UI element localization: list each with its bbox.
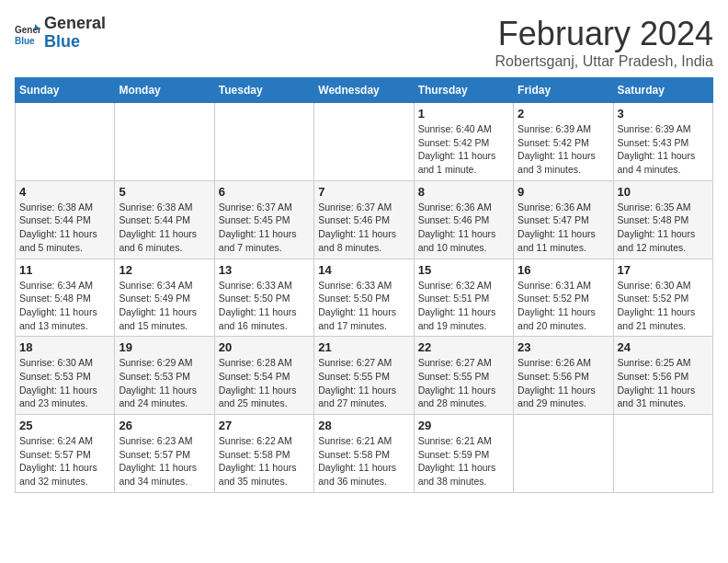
header-friday: Friday (514, 78, 613, 103)
calendar-cell: 7Sunrise: 6:37 AM Sunset: 5:46 PM Daylig… (314, 180, 414, 259)
day-info: Sunrise: 6:39 AM Sunset: 5:43 PM Dayligh… (618, 122, 709, 177)
day-number: 22 (418, 340, 509, 354)
calendar-cell: 19Sunrise: 6:29 AM Sunset: 5:53 PM Dayli… (115, 337, 214, 415)
calendar-cell: 12Sunrise: 6:34 AM Sunset: 5:49 PM Dayli… (115, 259, 214, 337)
calendar-week-row: 4Sunrise: 6:38 AM Sunset: 5:44 PM Daylig… (16, 180, 713, 259)
header: General Blue General Blue February 2024 … (15, 15, 713, 70)
day-number: 25 (19, 419, 110, 432)
day-info: Sunrise: 6:34 AM Sunset: 5:48 PM Dayligh… (19, 279, 110, 333)
calendar-week-row: 18Sunrise: 6:30 AM Sunset: 5:53 PM Dayli… (16, 337, 713, 415)
calendar-cell: 8Sunrise: 6:36 AM Sunset: 5:46 PM Daylig… (414, 180, 513, 259)
title-area: February 2024 Robertsganj, Uttar Pradesh… (495, 15, 713, 70)
calendar-cell: 16Sunrise: 6:31 AM Sunset: 5:52 PM Dayli… (514, 259, 613, 337)
calendar-cell: 5Sunrise: 6:38 AM Sunset: 5:44 PM Daylig… (115, 180, 214, 259)
calendar-cell: 20Sunrise: 6:28 AM Sunset: 5:54 PM Dayli… (214, 337, 313, 415)
logo-general: General (44, 15, 106, 33)
day-info: Sunrise: 6:23 AM Sunset: 5:57 PM Dayligh… (119, 434, 210, 488)
day-info: Sunrise: 6:38 AM Sunset: 5:44 PM Dayligh… (119, 201, 210, 255)
calendar-cell: 29Sunrise: 6:21 AM Sunset: 5:59 PM Dayli… (414, 415, 513, 493)
day-number: 23 (518, 340, 609, 354)
day-info: Sunrise: 6:27 AM Sunset: 5:55 PM Dayligh… (418, 356, 509, 410)
day-number: 12 (119, 263, 210, 277)
calendar-header-row: SundayMondayTuesdayWednesdayThursdayFrid… (16, 78, 713, 103)
calendar-cell: 3Sunrise: 6:39 AM Sunset: 5:43 PM Daylig… (613, 103, 712, 181)
header-thursday: Thursday (414, 78, 513, 103)
day-info: Sunrise: 6:35 AM Sunset: 5:48 PM Dayligh… (618, 201, 709, 255)
day-number: 18 (19, 340, 110, 354)
calendar-cell: 6Sunrise: 6:37 AM Sunset: 5:45 PM Daylig… (214, 180, 313, 259)
day-number: 8 (418, 185, 509, 199)
calendar-table: SundayMondayTuesdayWednesdayThursdayFrid… (15, 77, 713, 493)
day-number: 20 (219, 340, 310, 354)
header-saturday: Saturday (613, 78, 712, 103)
calendar-cell: 26Sunrise: 6:23 AM Sunset: 5:57 PM Dayli… (115, 415, 214, 493)
day-info: Sunrise: 6:36 AM Sunset: 5:47 PM Dayligh… (518, 201, 609, 255)
calendar-cell: 10Sunrise: 6:35 AM Sunset: 5:48 PM Dayli… (613, 180, 712, 259)
day-number: 4 (19, 185, 110, 199)
header-tuesday: Tuesday (214, 78, 313, 103)
header-wednesday: Wednesday (314, 78, 414, 103)
day-number: 5 (119, 185, 210, 199)
calendar-cell: 28Sunrise: 6:21 AM Sunset: 5:58 PM Dayli… (314, 415, 414, 493)
calendar-cell: 17Sunrise: 6:30 AM Sunset: 5:52 PM Dayli… (613, 259, 712, 337)
day-number: 27 (219, 419, 310, 432)
day-info: Sunrise: 6:25 AM Sunset: 5:56 PM Dayligh… (618, 356, 709, 410)
calendar-cell: 15Sunrise: 6:32 AM Sunset: 5:51 PM Dayli… (414, 259, 513, 337)
calendar-cell: 23Sunrise: 6:26 AM Sunset: 5:56 PM Dayli… (514, 337, 613, 415)
calendar-week-row: 25Sunrise: 6:24 AM Sunset: 5:57 PM Dayli… (16, 415, 713, 493)
day-info: Sunrise: 6:30 AM Sunset: 5:53 PM Dayligh… (19, 356, 110, 410)
calendar-cell (214, 103, 313, 181)
day-info: Sunrise: 6:30 AM Sunset: 5:52 PM Dayligh… (618, 279, 709, 333)
day-number: 15 (418, 263, 509, 277)
calendar-cell (613, 415, 712, 493)
day-info: Sunrise: 6:33 AM Sunset: 5:50 PM Dayligh… (318, 279, 409, 333)
day-info: Sunrise: 6:36 AM Sunset: 5:46 PM Dayligh… (418, 201, 509, 255)
calendar-cell (16, 103, 115, 181)
day-number: 3 (618, 107, 709, 121)
logo: General Blue General Blue (15, 15, 106, 52)
day-number: 19 (119, 340, 210, 354)
logo-icon: General Blue (15, 20, 40, 46)
day-info: Sunrise: 6:21 AM Sunset: 5:59 PM Dayligh… (418, 434, 509, 488)
day-number: 24 (618, 340, 709, 354)
day-number: 17 (618, 263, 709, 277)
day-info: Sunrise: 6:27 AM Sunset: 5:55 PM Dayligh… (318, 356, 409, 410)
calendar-cell: 24Sunrise: 6:25 AM Sunset: 5:56 PM Dayli… (613, 337, 712, 415)
day-number: 7 (318, 185, 409, 199)
day-number: 29 (418, 419, 509, 432)
day-number: 9 (518, 185, 609, 199)
day-number: 28 (318, 419, 409, 432)
calendar-cell (115, 103, 214, 181)
day-number: 26 (119, 419, 210, 432)
day-info: Sunrise: 6:32 AM Sunset: 5:51 PM Dayligh… (418, 279, 509, 333)
calendar-cell: 14Sunrise: 6:33 AM Sunset: 5:50 PM Dayli… (314, 259, 414, 337)
day-info: Sunrise: 6:37 AM Sunset: 5:45 PM Dayligh… (219, 201, 310, 255)
day-info: Sunrise: 6:31 AM Sunset: 5:52 PM Dayligh… (518, 279, 609, 333)
calendar-cell: 1Sunrise: 6:40 AM Sunset: 5:42 PM Daylig… (414, 103, 513, 181)
calendar-cell: 9Sunrise: 6:36 AM Sunset: 5:47 PM Daylig… (514, 180, 613, 259)
calendar-cell: 2Sunrise: 6:39 AM Sunset: 5:42 PM Daylig… (514, 103, 613, 181)
day-info: Sunrise: 6:21 AM Sunset: 5:58 PM Dayligh… (318, 434, 409, 488)
day-info: Sunrise: 6:40 AM Sunset: 5:42 PM Dayligh… (418, 122, 509, 177)
day-info: Sunrise: 6:33 AM Sunset: 5:50 PM Dayligh… (219, 279, 310, 333)
day-number: 11 (19, 263, 110, 277)
calendar-cell: 27Sunrise: 6:22 AM Sunset: 5:58 PM Dayli… (214, 415, 313, 493)
month-title: February 2024 (495, 15, 713, 53)
day-number: 14 (318, 263, 409, 277)
calendar-cell (314, 103, 414, 181)
calendar-cell: 18Sunrise: 6:30 AM Sunset: 5:53 PM Dayli… (16, 337, 115, 415)
day-number: 1 (418, 107, 509, 121)
calendar-cell (514, 415, 613, 493)
day-number: 6 (219, 185, 310, 199)
day-info: Sunrise: 6:29 AM Sunset: 5:53 PM Dayligh… (119, 356, 210, 410)
calendar-cell: 11Sunrise: 6:34 AM Sunset: 5:48 PM Dayli… (16, 259, 115, 337)
day-number: 10 (618, 185, 709, 199)
svg-text:Blue: Blue (15, 36, 35, 46)
day-number: 2 (518, 107, 609, 121)
calendar-cell: 21Sunrise: 6:27 AM Sunset: 5:55 PM Dayli… (314, 337, 414, 415)
calendar-cell: 13Sunrise: 6:33 AM Sunset: 5:50 PM Dayli… (214, 259, 313, 337)
day-info: Sunrise: 6:26 AM Sunset: 5:56 PM Dayligh… (518, 356, 609, 410)
calendar-week-row: 1Sunrise: 6:40 AM Sunset: 5:42 PM Daylig… (16, 103, 713, 181)
location-title: Robertsganj, Uttar Pradesh, India (495, 53, 713, 70)
day-info: Sunrise: 6:22 AM Sunset: 5:58 PM Dayligh… (219, 434, 310, 488)
